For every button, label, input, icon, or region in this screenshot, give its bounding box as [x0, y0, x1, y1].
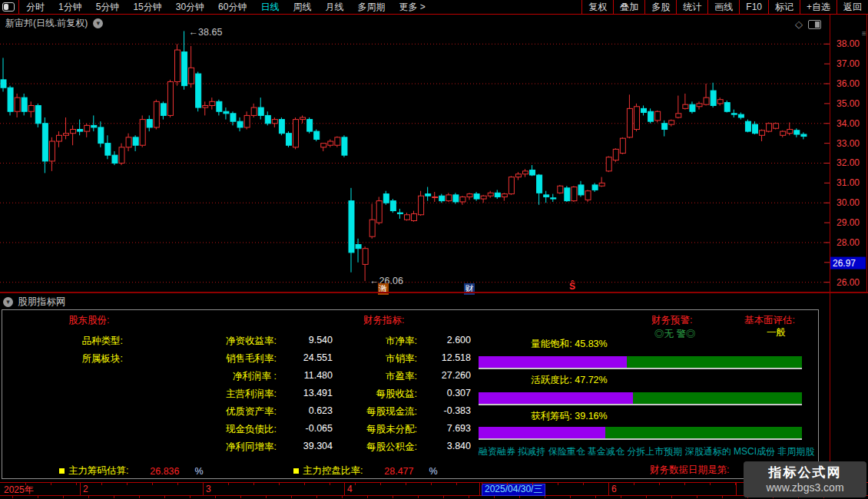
svg-text:37.00: 37.00 [837, 58, 860, 69]
minor-tick [418, 496, 419, 498]
minor-tick [367, 496, 368, 498]
estimate-label: 主力筹码估算: [68, 464, 128, 478]
diamond-icon[interactable]: ◇ [795, 18, 803, 30]
panel-header[interactable]: ▾ 股朋指标网 [3, 296, 66, 309]
finance-value: -0.383 [409, 405, 471, 416]
svg-text:29.00: 29.00 [837, 217, 860, 228]
minor-tick [164, 496, 165, 498]
minor-tick [240, 496, 241, 498]
finance-label: 净利同增率: [183, 441, 277, 454]
finance-label: 每股现金流: [323, 405, 417, 418]
svg-text:26.00: 26.00 [837, 277, 860, 288]
svg-text:34.00: 34.00 [837, 118, 860, 129]
section-share-header: 股东股份: [68, 314, 109, 327]
minor-tick [545, 496, 545, 498]
minor-tick [646, 496, 647, 498]
time-axis[interactable]: 2025年 2025/04/30/三 2346 [0, 482, 868, 496]
section-finance-header: 财务指标: [363, 314, 404, 327]
holder-label: 所属板块: [29, 352, 123, 365]
finance-label: 市盈率: [323, 370, 417, 383]
finance-value: 2.600 [409, 335, 471, 345]
finance-label: 净利润率 : [183, 370, 277, 383]
minor-tick [316, 496, 317, 498]
svg-text:35.00: 35.00 [837, 98, 860, 109]
finance-label: 每股公积金: [323, 441, 417, 454]
sell-signal-marker[interactable]: Ŝ [567, 281, 578, 292]
gauge-fill [479, 356, 627, 368]
minor-tick [139, 496, 140, 498]
minor-tick [710, 483, 711, 485]
minor-tick [621, 496, 621, 498]
minor-tick [342, 496, 343, 498]
layout-icon[interactable] [808, 20, 821, 29]
svg-text:31.00: 31.00 [837, 177, 860, 188]
finance-label: 每股未分配: [323, 423, 417, 436]
minor-tick [228, 483, 229, 485]
candlestick-chart[interactable]: 38.0037.0036.0035.0034.0033.0032.0031.00… [0, 0, 868, 293]
collapse-chevron-icon[interactable]: ▾ [3, 297, 13, 307]
holder-label: 品种类型: [29, 335, 123, 348]
minor-tick [101, 483, 102, 485]
chart-title: 新宙邦(日线.前复权) [5, 17, 88, 30]
minor-tick [595, 496, 596, 498]
gauge-bar [479, 392, 802, 405]
panel-title: 股朋指标网 [18, 296, 66, 309]
finance-label: 市净率: [323, 335, 417, 348]
minor-tick [127, 483, 128, 485]
minor-tick [152, 483, 153, 485]
gauge-label: 量能饱和: 45.83% [500, 338, 638, 351]
minor-tick [558, 483, 558, 485]
minor-tick [608, 483, 609, 485]
gauge-bar [479, 427, 802, 440]
chevron-down-icon[interactable]: ▾ [93, 18, 103, 28]
eval-value: 一般 [767, 326, 786, 339]
chart-corner-icons: ◇ [795, 18, 821, 30]
finance-value: 7.693 [409, 423, 471, 434]
minor-tick [25, 483, 26, 485]
estimate-value: 26.836 [142, 466, 179, 477]
watermark-title: 指标公式网 [744, 464, 866, 481]
gauge-fill [479, 427, 605, 438]
finance-label: 市销率: [323, 352, 417, 365]
right-edge-line [866, 15, 867, 293]
menu-lines-icon[interactable]: ≡ [862, 29, 866, 38]
minor-tick [431, 483, 432, 485]
main-force-control-ratio: 主力控盘比率: 28.477 % [293, 464, 438, 478]
minor-tick [51, 483, 51, 485]
minor-tick [532, 483, 533, 485]
minor-tick [291, 496, 292, 498]
section-eval-header: 基本面评估: [744, 314, 795, 327]
minor-tick [697, 496, 697, 498]
minor-tick [469, 496, 469, 498]
minor-tick [266, 496, 267, 498]
minor-tick [330, 483, 330, 485]
year-label: 2025年 [4, 484, 34, 497]
watermark-badge: 指标公式网 www.zbgs3.com [744, 461, 866, 497]
minor-tick [393, 496, 393, 498]
svg-text:28.00: 28.00 [837, 237, 860, 248]
concept-tags[interactable]: 融资融券 拟减持 保险重仓 基金减仓 分拆上市预期 深股通标的 MSCI成份 非… [479, 445, 814, 458]
estimate-label: 主力控盘比率: [303, 464, 363, 478]
finance-value: 12.518 [409, 352, 471, 363]
gauge-fill [479, 392, 633, 404]
indicator-panel: 股东股份: 财务指标: 财务预警: 基本面评估: ◎无 警◎ 一般 融资融券 拟… [2, 309, 819, 479]
svg-text:26.97: 26.97 [833, 258, 856, 269]
minor-tick [304, 483, 305, 485]
month-label: 4 [347, 484, 353, 494]
minor-tick [76, 483, 77, 485]
warning-value: ◎无 警◎ [654, 328, 695, 341]
section-warning-header: 财务预警: [651, 314, 692, 327]
svg-text:38.00: 38.00 [837, 38, 860, 49]
minor-tick [253, 483, 254, 485]
minor-tick [735, 483, 736, 485]
minor-tick [671, 496, 672, 498]
minor-tick [88, 496, 89, 498]
finance-date-note: 财务数据日期是第: [650, 464, 729, 477]
watermark-url: www.zbgs3.com [744, 481, 866, 494]
finance-label: 销售毛利率: [183, 352, 277, 365]
minor-tick [659, 483, 660, 485]
chart-title-row: 新宙邦(日线.前复权) ▾ [5, 17, 103, 30]
minor-tick [380, 483, 381, 485]
finance-label: 净资收益率: [183, 335, 277, 348]
minor-tick [406, 483, 406, 485]
